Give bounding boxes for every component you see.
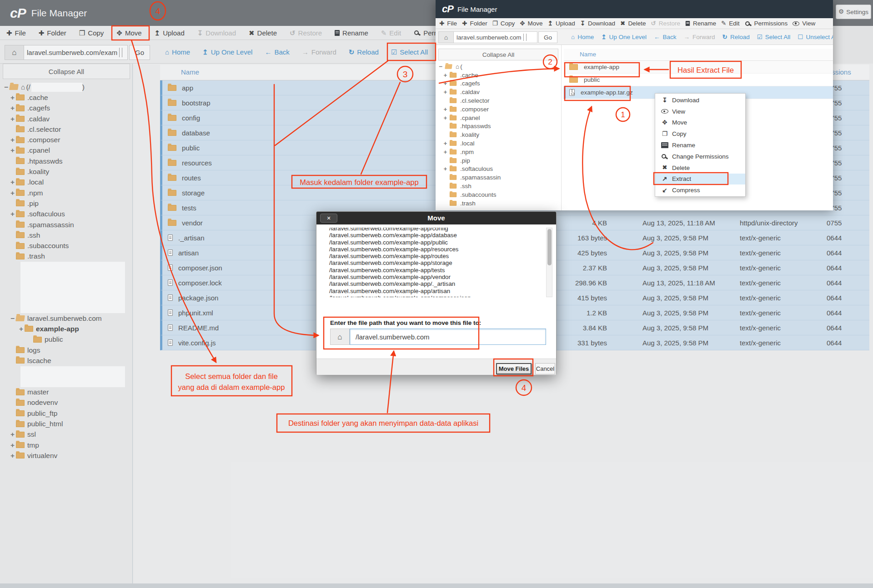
nav-link[interactable]: Forward [684,34,715,40]
home-path-button[interactable] [438,31,454,43]
context-menu-item[interactable]: Compress [655,184,745,196]
folder-icon [450,158,457,163]
toolbar-button[interactable]: View [793,20,815,27]
tree-item[interactable]: .ssh [437,182,561,190]
nav-link[interactable]: Back [654,34,677,40]
folder-icon [450,81,457,86]
nav-link[interactable]: Select All [757,34,791,40]
tree-toggle[interactable]: + [442,140,449,147]
toolbar-button[interactable]: Delete [620,20,646,27]
tree-toggle[interactable]: + [442,72,449,79]
folder-icon [450,167,457,171]
tree-toggle[interactable]: + [442,115,449,121]
tree-item[interactable]: .spamassassin [437,173,561,182]
folder-icon [450,73,457,77]
tree-item[interactable]: + .cpanel [437,114,561,122]
tree-item[interactable]: + .caldav [437,88,561,96]
column-header-name[interactable]: Name [580,51,596,58]
toolbar-button[interactable]: Rename [685,20,716,27]
tree-item[interactable]: .koality [437,130,561,139]
path-input[interactable]: laravel.sumberweb.com [454,31,537,43]
tree-item[interactable]: .pip [437,156,561,165]
dialog-titlebar: Move [316,212,556,224]
tree-toggle[interactable]: + [442,106,449,113]
tree-toggle[interactable]: + [442,80,449,87]
folder-icon [450,192,457,197]
toolbar-button[interactable]: Upload [548,20,575,27]
context-menu-item[interactable]: Copy [655,128,745,140]
toolbar-button[interactable]: Move [520,20,542,27]
table-row[interactable]: public [564,74,833,86]
toolbar-button[interactable]: Folder [462,20,487,27]
nav-link[interactable]: Home [571,34,594,40]
toolbar-icon [620,20,625,27]
folder-icon [450,141,457,145]
menu-item-icon [661,109,668,114]
foreground-window: cP File Manager File Folder Copy [436,0,833,210]
move-files-button[interactable]: Move Files [496,363,532,374]
toolbar-button[interactable]: Permissions [745,20,788,27]
tree-toggle[interactable]: + [442,89,449,95]
toolbar-button[interactable]: Restore [651,20,680,27]
tree-item[interactable]: + .npm [437,148,561,156]
tree-root-item[interactable]: − ( [437,62,561,71]
tree-item[interactable]: .trash [437,199,561,208]
destination-path-input[interactable]: /laravel.sumberweb.com [350,329,546,345]
cpanel-logo: cP [442,3,453,15]
toolbar-button[interactable]: File [439,20,457,27]
context-menu-item[interactable]: Move [655,117,745,129]
file-list-header: Name [564,49,833,61]
tree-item[interactable]: .cl.selector [437,96,561,105]
cancel-button[interactable]: Cancel [535,363,555,374]
toolbar-icon [492,20,498,27]
scrollbar-thumb[interactable] [547,229,552,265]
context-menu-item[interactable]: Delete [655,162,745,174]
folder-icon [450,201,457,205]
nav-icon [654,34,660,40]
tree-item[interactable]: + .softaculous [437,165,561,174]
move-paths-list[interactable]: /laravel.sumberweb.com/example-app/confi… [324,228,545,297]
tree-toggle[interactable]: + [442,149,449,155]
folder-tree-sidebar: Collapse All − ( + .cache + [436,45,562,210]
move-path-line: /laravel.sumberweb.com/example-app/confi… [329,228,545,232]
tree-item[interactable]: + .local [437,139,561,148]
move-path-line: /laravel.sumberweb.com/example-app/stora… [329,259,545,266]
folder-icon [450,133,457,137]
context-menu-item[interactable]: Rename [655,140,745,151]
context-menu-item[interactable]: View [655,106,745,117]
table-row[interactable]: example-app [564,61,833,74]
toolbar-icon [462,20,467,27]
tree-item[interactable]: .subaccounts [437,190,561,199]
menu-item-icon [661,120,668,126]
toolbar-button[interactable]: Copy [492,20,515,27]
toolbar-icon [580,20,585,27]
tree-item[interactable]: + .cache [437,71,561,80]
folder-icon [450,124,457,129]
context-menu-item[interactable]: Change Permissions [655,151,745,162]
folder-tree: − ( + .cache + .cagefs [437,62,561,208]
nav-link[interactable]: Reload [722,34,750,40]
tree-item[interactable]: + .cagefs [437,80,561,88]
context-menu-item[interactable]: Download [655,95,745,106]
collapse-all-button[interactable]: Collapse All [438,49,558,60]
tree-item[interactable]: .htpasswds [437,122,561,131]
nav-link[interactable]: Unselect All [798,34,833,40]
dialog-footer: Move Files Cancel [316,359,556,375]
toolbar-icon [793,21,799,26]
open-folder-icon [445,64,452,69]
nav-icon [684,34,690,40]
tree-toggle[interactable]: + [442,165,449,172]
tree-item[interactable]: + .composer [437,105,561,114]
context-menu-item[interactable]: Extract [655,174,745,185]
move-path-line: /laravel.sumberweb.com/example-app/datab… [329,232,545,239]
scrollbar[interactable] [546,228,552,297]
nav-icon [798,34,803,40]
foreground-toolbar: File Folder Copy Move [436,18,833,29]
nav-link[interactable]: Up One Level [601,34,647,40]
go-button[interactable]: Go [538,31,557,43]
toolbar-button[interactable]: Edit [721,20,740,27]
screenshot-canvas: cP File Manager Settings File Folder Cop… [0,0,873,588]
move-dialog: Move /laravel.sumberweb.com/example-app/… [316,211,557,375]
toolbar-button[interactable]: Download [580,20,615,27]
home-path-button[interactable] [330,329,350,345]
